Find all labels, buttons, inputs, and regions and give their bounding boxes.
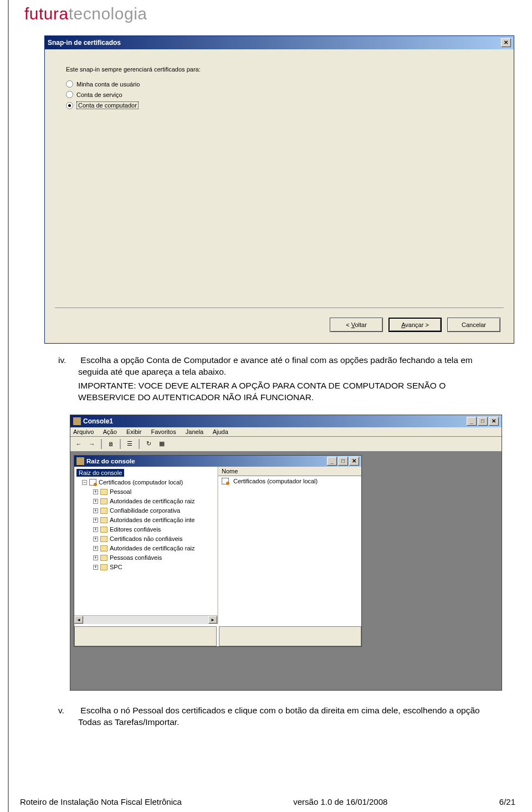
minimize-icon[interactable]: _	[327, 457, 337, 466]
folder-icon	[100, 564, 108, 570]
tree-expand-icon[interactable]: +	[93, 518, 98, 523]
instruction-v-text: Escolha o nó Pessoal dos certificados e …	[78, 706, 480, 727]
list-marker-iv: iv.	[58, 355, 74, 366]
radio-option-user-account[interactable]: Minha conta de usuário	[66, 80, 493, 88]
menu-arquivo[interactable]: Arquivo	[73, 428, 94, 435]
radio-icon	[66, 80, 73, 88]
tree-expand-icon[interactable]: +	[93, 499, 98, 504]
dialog-button-row: < Voltar Avançar > Cancelar	[330, 318, 500, 332]
radio-option-service-account[interactable]: Conta de serviço	[66, 91, 493, 98]
folder-icon	[100, 508, 108, 514]
folder-icon	[100, 545, 108, 551]
tree-item-certificados[interactable]: − Certificados (computador local)	[74, 478, 217, 487]
toolbar-export-icon[interactable]: ▦	[156, 438, 167, 450]
tree-expand-icon[interactable]: +	[93, 555, 98, 560]
list-marker-v: v.	[58, 705, 74, 717]
horizontal-scrollbar[interactable]: ◄ ►	[74, 615, 217, 624]
footer-page-number: 6/21	[499, 797, 515, 806]
tree-item[interactable]: +Pessoas confiáveis	[74, 553, 217, 563]
toolbar-separator	[120, 439, 121, 449]
tree-item-pessoal[interactable]: +Pessoal	[74, 487, 217, 497]
certificate-icon	[222, 478, 229, 484]
menu-favoritos[interactable]: Favoritos	[151, 428, 176, 435]
scroll-right-icon[interactable]: ►	[208, 616, 217, 624]
mmc-child-title-text: Raiz do console	[86, 458, 135, 464]
next-button[interactable]: Avançar >	[388, 318, 442, 332]
status-box	[74, 626, 217, 646]
mmc-child-statusbar	[74, 626, 361, 646]
tree-expand-icon[interactable]: +	[93, 508, 98, 513]
toolbar-separator	[139, 439, 140, 449]
footer-version: versão 1.0 de 16/01/2008	[293, 797, 387, 806]
radio-label: Conta de computador	[76, 101, 139, 109]
logo-part-2: tecnologia	[69, 4, 147, 23]
mmc-menubar: Arquivo Ação Exibir Favoritos Janela Aju…	[70, 427, 502, 437]
dialog-snapin-screenshot: Snap-in de certificados ✕ Este snap-in s…	[44, 35, 532, 344]
close-icon[interactable]: ✕	[501, 38, 511, 47]
tree-item[interactable]: +SPC	[74, 563, 217, 572]
menu-acao[interactable]: Ação	[103, 428, 117, 435]
radio-label: Conta de serviço	[76, 91, 122, 98]
tree-expand-icon[interactable]: +	[93, 489, 98, 494]
dialog-title-text: Snap-in de certificados	[48, 39, 121, 47]
list-item[interactable]: Certificados (computador local)	[222, 478, 358, 484]
instruction-v: v. Escolha o nó Pessoal dos certificados…	[78, 705, 493, 728]
radio-icon	[66, 91, 73, 98]
brand-logo: futuratecnologia	[14, 0, 532, 35]
mmc-child-body: Raiz do console − Certificados (computad…	[74, 467, 361, 624]
cancel-button[interactable]: Cancelar	[447, 318, 500, 332]
tree-item[interactable]: +Autoridades de certificação raiz	[74, 544, 217, 553]
page-footer: Roteiro de Instalação Nota Fiscal Eletrô…	[20, 797, 515, 806]
mmc-toolbar: ← → 🗎 ☰ ↻ ▦	[70, 437, 502, 452]
tree-item[interactable]: +Confiabilidade corporativa	[74, 506, 217, 515]
list-column-header[interactable]: Nome	[218, 467, 361, 476]
menu-janela[interactable]: Janela	[186, 428, 203, 435]
tree-item[interactable]: +Editores confiáveis	[74, 525, 217, 534]
back-button[interactable]: < Voltar	[330, 318, 383, 332]
minimize-icon[interactable]: _	[467, 417, 477, 426]
folder-icon	[100, 498, 108, 504]
footer-doc-title: Roteiro de Instalação Nota Fiscal Eletrô…	[20, 797, 182, 806]
maximize-icon[interactable]: □	[338, 457, 348, 466]
mmc-title-text: Console1	[83, 417, 113, 425]
tree-pane: Raiz do console − Certificados (computad…	[74, 467, 218, 624]
console-icon	[76, 457, 84, 465]
scroll-left-icon[interactable]: ◄	[74, 616, 83, 624]
mmc-titlebar: Console1 _ □ ✕	[70, 415, 502, 427]
status-box	[219, 626, 361, 646]
radio-label: Minha conta de usuário	[76, 81, 140, 88]
folder-icon	[100, 527, 108, 533]
close-icon[interactable]: ✕	[349, 457, 359, 466]
tree-expand-icon[interactable]: +	[93, 537, 98, 542]
toolbar-back-icon[interactable]: ←	[73, 438, 84, 450]
toolbar-forward-icon[interactable]: →	[86, 438, 98, 450]
tree-collapse-icon[interactable]: −	[82, 480, 87, 485]
toolbar-properties-icon[interactable]: ☰	[124, 438, 135, 450]
menu-ajuda[interactable]: Ajuda	[213, 428, 228, 435]
tree-item[interactable]: +Autoridades de certificação raiz	[74, 497, 217, 506]
list-pane: Nome Certificados (computador local)	[218, 467, 361, 624]
mmc-child-window: Raiz do console _ □ ✕ Raiz do console	[74, 455, 362, 647]
menu-exibir[interactable]: Exibir	[126, 428, 142, 435]
list-body: Certificados (computador local)	[218, 476, 361, 624]
tree-expand-icon[interactable]: +	[93, 565, 98, 570]
tree-item[interactable]: +Certificados não confiáveis	[74, 534, 217, 544]
maximize-icon[interactable]: □	[478, 417, 488, 426]
tree-expand-icon[interactable]: +	[93, 527, 98, 532]
dialog-body: Este snap-in sempre gerenciará certifica…	[45, 49, 514, 343]
tree-root-item[interactable]: Raiz do console	[74, 468, 217, 478]
toolbar-up-icon[interactable]: 🗎	[105, 438, 116, 450]
close-icon[interactable]: ✕	[489, 417, 499, 426]
separator	[55, 308, 504, 309]
radio-option-computer-account[interactable]: Conta de computador	[66, 101, 493, 109]
tree-item[interactable]: +Autoridades de certificação inte	[74, 515, 217, 525]
dialog-titlebar: Snap-in de certificados ✕	[45, 36, 514, 49]
toolbar-refresh-icon[interactable]: ↻	[143, 438, 154, 450]
folder-icon	[100, 489, 108, 495]
folder-icon	[100, 517, 108, 523]
tree-expand-icon[interactable]: +	[93, 546, 98, 551]
instruction-iv-warning: IMPORTANTE: VOCE DEVE ALTERAR A OPÇÃO PA…	[78, 380, 493, 404]
logo-part-1: futura	[24, 4, 69, 23]
mmc-child-titlebar: Raiz do console _ □ ✕	[74, 456, 361, 467]
console-icon	[73, 417, 81, 425]
